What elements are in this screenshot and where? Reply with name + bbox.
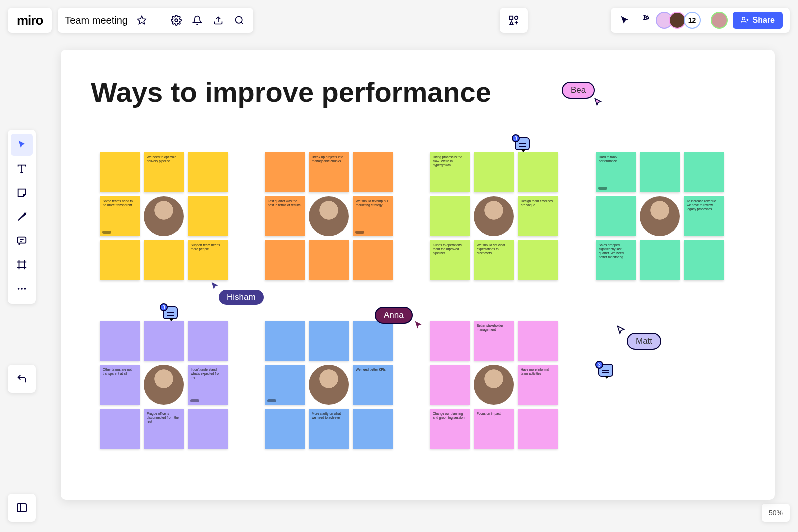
sticky-note[interactable] [188,409,228,449]
cluster-orange[interactable]: Break up projects into manageable chunks… [265,152,393,280]
sticky-note[interactable] [309,240,349,280]
text-tool[interactable] [11,158,33,180]
sticky-note[interactable]: Design team timelines are vague [518,196,558,236]
sticky-note[interactable]: Have more informal team activities [518,365,558,405]
sticky-note[interactable]: I don't understand what's expected from … [188,365,228,405]
sticky-note[interactable]: We should revamp our marketing strategy [353,196,393,236]
sticky-note[interactable] [188,321,228,361]
sticky-note[interactable] [188,196,228,236]
sticky-note[interactable]: Hiring process is too slow. We're in hyp… [430,152,470,192]
sticky-note[interactable] [309,321,349,361]
sticky-note[interactable] [353,409,393,449]
cluster-blue[interactable]: We need better KPIsMore clarity on what … [265,321,393,449]
frame-tool[interactable] [11,254,33,276]
sticky-note[interactable] [265,240,305,280]
reactions-icon[interactable] [637,14,651,28]
sticky-note[interactable] [640,152,680,192]
export-icon[interactable] [212,14,226,28]
sticky-note[interactable] [188,152,228,192]
sticky-note[interactable] [100,152,140,192]
sticky-note[interactable] [684,240,724,280]
settings-icon[interactable] [170,14,184,28]
sticky-note[interactable] [596,196,636,236]
sticky-note[interactable] [430,196,470,236]
frame-title[interactable]: Ways to improve performance [91,76,492,108]
sticky-note[interactable] [430,365,470,405]
sticky-note[interactable] [518,240,558,280]
sticky-note[interactable]: More clarity on what we need to achieve [309,409,349,449]
sticky-note[interactable] [144,240,184,280]
share-button[interactable]: Share [733,12,783,29]
sticky-note[interactable] [518,152,558,192]
sticky-note[interactable]: Kudos to operations team for improved pi… [430,240,470,280]
star-icon[interactable] [135,14,149,28]
board-title[interactable]: Team meeting [65,15,128,26]
line-tool[interactable] [11,206,33,228]
sticky-note[interactable] [265,152,305,192]
sticky-note[interactable]: Hard to track performance [596,152,636,192]
user-cursor-anna: Anna [375,307,413,324]
sticky-note[interactable] [100,321,140,361]
sticky-note[interactable]: Change our planning and grooming session [430,409,470,449]
zoom-level[interactable]: 50% [762,504,790,522]
svg-rect-29 [18,504,26,512]
svg-line-11 [647,16,648,17]
sticky-note[interactable] [144,321,184,361]
sticky-note[interactable]: Last quarter was the best in terms of re… [265,196,305,236]
sticky-note[interactable] [353,152,393,192]
comment-thread[interactable]: 3 [598,364,614,377]
sticky-note[interactable] [265,409,305,449]
sticky-note[interactable]: Focus on impact [474,409,514,449]
sticky-note[interactable]: We should set clear expectations to cust… [474,240,514,280]
sticky-note[interactable] [474,152,514,192]
cluster-purple[interactable]: Other teams are not transparent at allI … [100,321,228,449]
cursor-tool-icon[interactable] [618,14,632,28]
sticky-note-tool[interactable] [11,182,33,204]
cluster-mint[interactable]: Hard to track performanceTo increase rev… [596,152,724,280]
sticky-note[interactable] [100,240,140,280]
cluster-yellow[interactable]: We need to optimize delivery pipelineSom… [100,152,228,280]
sticky-note[interactable]: Support team needs more people [188,240,228,280]
collaborator-avatars[interactable]: 12 [656,12,701,29]
svg-line-12 [644,16,644,17]
comment-tool[interactable] [11,230,33,252]
search-icon[interactable] [232,14,246,28]
sticky-note[interactable]: Prague office is disconnected from the r… [144,409,184,449]
cluster-pink[interactable]: Better stakeholder managementHave more i… [430,321,558,449]
app-logo[interactable]: miro [8,8,52,33]
comment-thread[interactable]: 3 [515,138,530,150]
sticky-note[interactable] [640,240,680,280]
sticky-note[interactable]: Better stakeholder management [474,321,514,361]
select-tool[interactable] [11,134,33,156]
svg-point-26 [18,288,20,290]
sticky-note[interactable] [518,321,558,361]
sticky-note[interactable]: To increase revenue we have to review le… [684,196,724,236]
sticky-note[interactable] [265,321,305,361]
sticky-note[interactable] [430,321,470,361]
current-user-avatar[interactable] [711,12,728,29]
sticky-note[interactable]: We need better KPIs [353,365,393,405]
panel-toggle[interactable] [8,494,36,522]
sticky-note[interactable] [684,152,724,192]
sticky-note[interactable]: Break up projects into manageable chunks [309,152,349,192]
undo-button[interactable] [8,365,36,393]
sticky-note[interactable]: Some teams need to be more transparent [100,196,140,236]
comment-thread[interactable]: 3 [163,306,178,320]
cluster-green[interactable]: Hiring process is too slow. We're in hyp… [430,152,558,280]
sticky-note[interactable] [353,321,393,361]
sticky-note[interactable]: We need to optimize delivery pipeline [144,152,184,192]
sticky-note[interactable]: Other teams are not transparent at all [100,365,140,405]
apps-icon[interactable] [500,8,528,33]
avatar[interactable] [669,12,686,29]
sticky-note[interactable] [265,365,305,405]
collaborator-count[interactable]: 12 [684,12,701,29]
sticky-note[interactable] [100,409,140,449]
sticky-note[interactable]: Sales dropped significantly last quarter… [596,240,636,280]
cursor-arrow-icon [210,281,221,292]
notifications-icon[interactable] [190,14,204,28]
sticky-note[interactable] [353,240,393,280]
canvas-frame[interactable]: Ways to improve performance We need to o… [61,50,775,500]
sticky-note[interactable] [518,409,558,449]
more-tools[interactable] [11,278,33,300]
svg-line-4 [242,22,244,24]
